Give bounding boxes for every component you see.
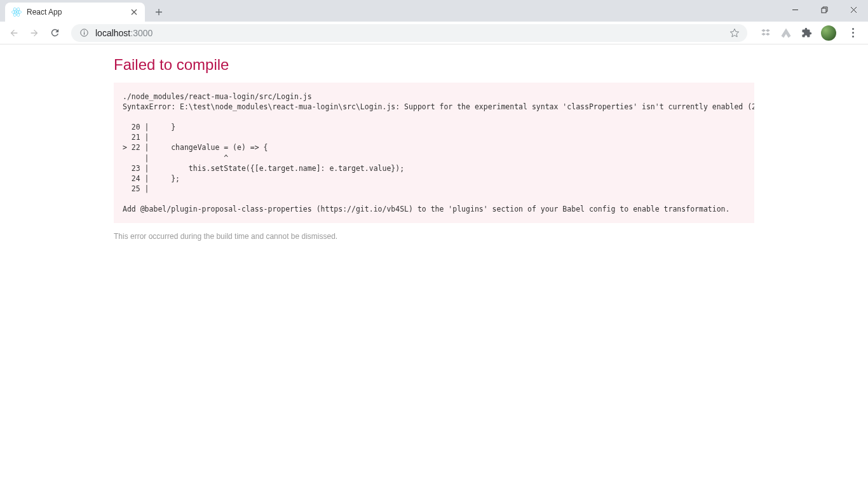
close-window-button[interactable]	[839, 0, 868, 19]
react-favicon-icon	[11, 7, 22, 17]
address-bar[interactable]: localhost:3000	[71, 24, 747, 42]
forward-button[interactable]	[25, 24, 43, 42]
url-path: :3000	[130, 28, 153, 38]
close-tab-icon[interactable]	[130, 8, 139, 17]
maximize-button[interactable]	[810, 0, 839, 19]
browser-toolbar: localhost:3000	[0, 22, 868, 44]
url-host: localhost	[95, 28, 130, 38]
site-info-icon[interactable]	[79, 28, 89, 38]
profile-avatar[interactable]	[821, 25, 836, 41]
minimize-button[interactable]	[780, 0, 810, 19]
reload-button[interactable]	[46, 24, 64, 42]
url-text: localhost:3000	[95, 28, 153, 38]
bookmark-star-icon[interactable]	[729, 28, 740, 38]
error-code-block: ./node_modules/react-mua-login/src/Login…	[114, 83, 754, 223]
page-content: Failed to compile ./node_modules/react-m…	[0, 44, 868, 241]
tab-title: React App	[27, 8, 130, 17]
new-tab-button[interactable]	[150, 3, 168, 21]
error-dismiss-note: This error occurred during the build tim…	[114, 232, 754, 241]
svg-rect-4	[822, 8, 826, 13]
svg-point-0	[16, 11, 18, 13]
drive-extension-icon[interactable]	[780, 27, 792, 39]
browser-tab[interactable]: React App	[5, 3, 145, 22]
svg-point-7	[83, 30, 84, 31]
extensions-puzzle-icon[interactable]	[801, 27, 812, 39]
error-heading: Failed to compile	[114, 53, 754, 83]
window-controls	[780, 0, 868, 22]
back-button[interactable]	[5, 24, 23, 42]
browser-titlebar: React App	[0, 0, 868, 22]
extension-icons	[755, 25, 863, 41]
dropbox-extension-icon[interactable]	[760, 27, 771, 39]
browser-menu-button[interactable]	[845, 25, 860, 40]
tab-strip: React App	[0, 0, 168, 22]
